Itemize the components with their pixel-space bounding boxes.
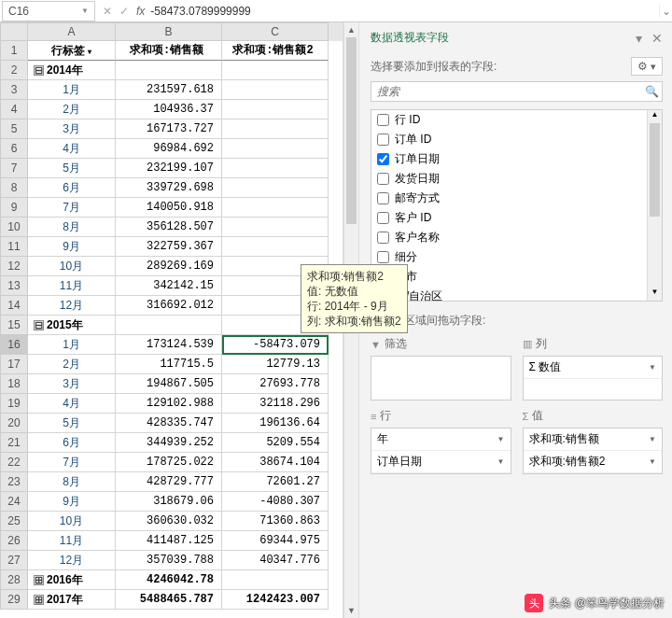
cell-value[interactable] <box>222 80 329 100</box>
cell-value[interactable]: 178725.022 <box>116 453 222 472</box>
cell-value[interactable]: -4080.307 <box>222 492 329 512</box>
scroll-down-icon[interactable]: ▼ <box>344 603 358 618</box>
row-label[interactable]: 3月 <box>28 119 116 139</box>
row-header[interactable]: 2 <box>0 61 28 80</box>
row-label[interactable]: 6月 <box>28 433 116 453</box>
field-item[interactable]: 客户名称 <box>371 228 662 247</box>
cell-value[interactable] <box>116 316 222 335</box>
field-item[interactable]: 省/自治区 <box>371 287 662 302</box>
cell-value[interactable]: 196136.64 <box>222 414 329 433</box>
name-box[interactable]: C16 ▼ <box>2 1 95 21</box>
cell-value[interactable]: -58473.079 <box>222 335 329 355</box>
row-header[interactable]: 29 <box>0 590 28 610</box>
pivot-header-rowlabels[interactable]: 行标签 ▾ <box>28 41 116 61</box>
pane-close-icon[interactable]: ✕ <box>651 31 663 46</box>
row-label[interactable]: 2月 <box>28 355 116 374</box>
row-header[interactable]: 18 <box>0 374 28 394</box>
field-checkbox[interactable] <box>377 114 389 126</box>
field-checkbox[interactable] <box>377 153 389 165</box>
field-checkbox[interactable] <box>377 251 389 263</box>
row-header[interactable]: 27 <box>0 551 28 570</box>
fl-scroll-thumb[interactable] <box>650 123 660 217</box>
area-item[interactable]: Σ 数值▼ <box>524 357 663 379</box>
cell-value[interactable] <box>116 61 222 80</box>
row-header[interactable]: 12 <box>0 257 28 276</box>
cell-value[interactable]: 360630.032 <box>116 512 222 531</box>
cell-value[interactable]: 4246042.78 <box>116 570 222 590</box>
cell-value[interactable]: 12779.13 <box>222 355 329 374</box>
cell-value[interactable]: 167173.727 <box>116 119 222 139</box>
row-label[interactable]: 11月 <box>28 531 116 551</box>
row-label[interactable]: 1月 <box>28 80 116 100</box>
field-list-scrollbar[interactable]: ▲ ▼ <box>647 110 662 301</box>
area-item[interactable]: 年▼ <box>371 428 511 451</box>
cell-value[interactable]: 27693.778 <box>222 374 329 394</box>
row-label[interactable]: 10月 <box>28 257 116 276</box>
fl-scroll-up-icon[interactable]: ▲ <box>648 110 662 123</box>
cell-value[interactable] <box>222 61 329 80</box>
cell-value[interactable]: 129102.988 <box>116 394 222 414</box>
cell-value[interactable] <box>222 198 329 218</box>
row-label[interactable]: 12月 <box>28 551 116 570</box>
row-header[interactable]: 3 <box>0 80 28 100</box>
cell-value[interactable] <box>222 119 329 139</box>
row-label[interactable]: 12月 <box>28 296 116 316</box>
field-item[interactable]: 发货日期 <box>371 169 662 189</box>
row-label[interactable]: 3月 <box>28 374 116 394</box>
row-header[interactable]: 10 <box>0 218 28 237</box>
cell-value[interactable]: 411487.125 <box>116 531 222 551</box>
row-header[interactable]: 23 <box>0 472 28 492</box>
search-icon[interactable]: 🔍 <box>641 82 662 101</box>
row-label[interactable]: ⊟2015年 <box>28 316 116 335</box>
scroll-thumb[interactable] <box>346 37 357 224</box>
row-header[interactable]: 7 <box>0 159 28 178</box>
values-drop[interactable]: 求和项:销售额▼求和项:销售额2▼ <box>523 428 664 474</box>
row-header[interactable]: 25 <box>0 512 28 531</box>
cell-value[interactable]: 117715.5 <box>116 355 222 374</box>
field-list[interactable]: 行 ID订单 ID订单日期发货日期邮寄方式客户 ID客户名称细分城市省/自治区 … <box>371 109 663 302</box>
row-header[interactable]: 28 <box>0 570 28 590</box>
col-header-b[interactable]: B <box>116 22 222 41</box>
cell-value[interactable]: 428729.777 <box>116 472 222 492</box>
row-label[interactable]: 8月 <box>28 472 116 492</box>
cell-value[interactable] <box>222 100 329 119</box>
cell-value[interactable]: 342142.15 <box>116 276 222 296</box>
row-label[interactable]: ⊟2014年 <box>28 61 116 80</box>
chevron-down-icon[interactable]: ▼ <box>649 435 656 443</box>
row-header[interactable]: 16 <box>0 335 28 355</box>
row-header[interactable]: 22 <box>0 453 28 472</box>
cell-value[interactable]: 71360.863 <box>222 512 329 531</box>
row-header[interactable]: 8 <box>0 178 28 198</box>
field-item[interactable]: 行 ID <box>371 110 662 130</box>
cell-value[interactable]: 339729.698 <box>116 178 222 198</box>
row-label[interactable]: 6月 <box>28 178 116 198</box>
gear-button[interactable]: ⚙ ▾ <box>631 57 663 76</box>
cell-value[interactable]: 231597.618 <box>116 80 222 100</box>
cell-value[interactable]: 32118.296 <box>222 394 329 414</box>
row-header[interactable]: 26 <box>0 531 28 551</box>
chevron-down-icon[interactable]: ▼ <box>497 457 505 466</box>
select-all-corner[interactable] <box>0 22 28 41</box>
row-label[interactable]: 4月 <box>28 139 116 159</box>
field-checkbox[interactable] <box>377 133 389 146</box>
cell-value[interactable]: 356128.507 <box>116 218 222 237</box>
cancel-icon[interactable]: ✕ <box>103 5 112 18</box>
row-header[interactable]: 9 <box>0 198 28 218</box>
cell-value[interactable]: 69344.975 <box>222 531 329 551</box>
field-item[interactable]: 城市 <box>371 267 662 287</box>
row-header[interactable]: 13 <box>0 276 28 296</box>
expand-icon[interactable]: ⊞ <box>34 575 44 585</box>
row-label[interactable]: ⊞2017年 <box>28 590 116 610</box>
field-checkbox[interactable] <box>377 192 389 204</box>
cell-value[interactable] <box>222 237 329 257</box>
cell-value[interactable]: 289269.169 <box>116 257 222 276</box>
field-item[interactable]: 邮寄方式 <box>371 189 662 208</box>
row-label[interactable]: 7月 <box>28 453 116 472</box>
row-header[interactable]: 17 <box>0 355 28 374</box>
fx-icon[interactable]: fx <box>136 5 145 18</box>
cell-value[interactable]: 104936.37 <box>116 100 222 119</box>
field-item[interactable]: 订单日期 <box>371 149 662 169</box>
cell-value[interactable]: 5209.554 <box>222 433 329 453</box>
cell-value[interactable]: 318679.06 <box>116 492 222 512</box>
row-header[interactable]: 5 <box>0 119 28 139</box>
